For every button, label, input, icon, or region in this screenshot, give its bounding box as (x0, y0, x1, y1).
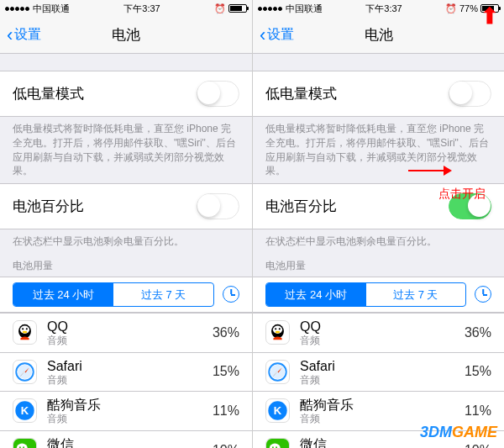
clock-icon[interactable] (475, 286, 491, 303)
kugou-icon: K (265, 398, 290, 423)
alarm-icon: ⏰ (445, 3, 457, 14)
app-name: Safari (47, 358, 213, 374)
app-name: 微信 (47, 436, 213, 448)
watermark: 3DMGAME (420, 424, 497, 441)
svg-point-35 (276, 331, 281, 334)
kugou-icon: K (13, 398, 37, 423)
segment-row: 过去 24 小时 过去 7 天 (0, 277, 252, 313)
usage-header: 电池用量 (253, 254, 504, 277)
low-power-switch[interactable] (449, 81, 491, 107)
screen-before: 中国联通 下午3:37 ⏰ ‹设置 电池 低电量模式 低电量模式将暂时降低耗电量… (0, 0, 252, 448)
segment-24h[interactable]: 过去 24 小时 (266, 283, 366, 306)
app-sub: 音频 (47, 335, 213, 346)
low-power-switch[interactable] (197, 81, 239, 107)
wechat-icon (13, 438, 37, 448)
segment-24h[interactable]: 过去 24 小时 (13, 283, 113, 306)
svg-point-2 (22, 328, 24, 329)
app-pct: 36% (213, 325, 239, 340)
qq-icon (265, 320, 290, 345)
app-name: QQ (300, 319, 465, 335)
status-bar: 中国联通 下午3:37 ⏰ 77% (253, 0, 504, 17)
back-button[interactable]: ‹设置 (0, 24, 41, 46)
screen-after: ⬆ 点击开启 中国联通 下午3:37 ⏰ 77% ‹设置 电池 低电量模式 低电… (252, 0, 504, 448)
svg-point-4 (23, 331, 28, 334)
safari-icon (265, 360, 290, 384)
battery-icon (228, 4, 247, 13)
battery-pct-desc: 在状态栏中显示电池剩余电量百分比。 (253, 229, 504, 254)
carrier-label: 中国联通 (33, 3, 70, 15)
usage-header: 电池用量 (0, 254, 252, 277)
low-power-mode-cell[interactable]: 低电量模式 (253, 71, 504, 117)
nav-bar: ‹设置 电池 (0, 17, 252, 54)
chevron-left-icon: ‹ (7, 24, 13, 46)
svg-marker-30 (444, 166, 452, 176)
app-row-wechat[interactable]: 微信音频10% (0, 431, 252, 448)
battery-pct-desc: 在状态栏中显示电池剩余电量百分比。 (0, 229, 252, 254)
app-row-qq[interactable]: QQ音频36% (253, 313, 504, 353)
alarm-icon: ⏰ (214, 3, 226, 14)
battery-pct-label: 电池百分比 (13, 197, 84, 216)
app-pct: 10% (465, 443, 491, 449)
low-power-label: 低电量模式 (265, 84, 337, 103)
app-sub: 音频 (47, 413, 213, 424)
safari-icon (13, 360, 37, 384)
annotation-arrow-right (407, 162, 452, 179)
wechat-icon (265, 438, 290, 448)
app-sub: 音频 (47, 374, 213, 386)
app-name: 酷狗音乐 (300, 397, 465, 413)
carrier-label: 中国联通 (286, 3, 323, 15)
chevron-left-icon: ‹ (260, 24, 265, 46)
app-row-kugou[interactable]: K酷狗音乐音频11% (0, 392, 252, 431)
status-time: 下午3:37 (365, 3, 402, 15)
signal-dots (5, 7, 29, 11)
segment-control[interactable]: 过去 24 小时 过去 7 天 (13, 282, 214, 307)
app-pct: 15% (465, 364, 491, 379)
back-button[interactable]: ‹设置 (253, 24, 294, 46)
page-title: 电池 (365, 25, 393, 45)
app-name: QQ (47, 319, 213, 335)
app-name: 酷狗音乐 (47, 397, 213, 413)
app-sub: 音频 (300, 335, 465, 346)
app-row-safari[interactable]: Safari音频15% (253, 353, 504, 393)
low-power-desc: 低电量模式将暂时降低耗电量，直至您 iPhone 完全充电。打开后，将停用邮件获… (253, 117, 504, 183)
status-bar: 中国联通 下午3:37 ⏰ (0, 0, 252, 17)
segment-control[interactable]: 过去 24 小时 过去 7 天 (265, 282, 466, 307)
svg-text:K: K (274, 404, 282, 417)
clock-icon[interactable] (223, 286, 239, 303)
app-pct: 10% (213, 443, 239, 449)
signal-dots (258, 7, 282, 11)
low-power-desc: 低电量模式将暂时降低耗电量，直至您 iPhone 完全充电。打开后，将停用邮件获… (0, 117, 252, 183)
annotation-text: 点击开启 (438, 187, 486, 202)
annotation-arrow-up: ⬆ (480, 3, 499, 29)
app-pct: 36% (465, 325, 491, 340)
app-name: Safari (300, 358, 465, 374)
page-title: 电池 (112, 25, 140, 45)
battery-pct-switch-off[interactable] (197, 193, 239, 219)
svg-text:K: K (21, 404, 29, 417)
segment-row: 过去 24 小时 过去 7 天 (253, 277, 504, 313)
low-power-mode-cell[interactable]: 低电量模式 (0, 71, 252, 117)
svg-point-3 (26, 328, 28, 329)
app-sub: 音频 (300, 374, 465, 386)
segment-7d[interactable]: 过去 7 天 (113, 283, 213, 306)
battery-pct-label: 电池百分比 (265, 197, 337, 216)
segment-7d[interactable]: 过去 7 天 (366, 283, 466, 306)
low-power-label: 低电量模式 (13, 84, 84, 103)
status-time: 下午3:37 (123, 3, 160, 15)
app-row-qq[interactable]: QQ音频36% (0, 313, 252, 353)
app-pct: 11% (465, 403, 491, 419)
svg-point-34 (279, 328, 281, 329)
app-list: QQ音频36%Safari音频15%K酷狗音乐音频11%微信音频10%设置7%A… (0, 313, 252, 448)
qq-icon (13, 320, 37, 345)
app-row-safari[interactable]: Safari音频15% (0, 353, 252, 393)
battery-pct-status: 77% (459, 3, 478, 13)
app-pct: 15% (213, 364, 239, 379)
nav-bar: ‹设置 电池 (253, 17, 504, 54)
app-pct: 11% (213, 403, 239, 419)
svg-point-33 (275, 328, 276, 329)
battery-pct-cell[interactable]: 电池百分比 (0, 183, 252, 229)
